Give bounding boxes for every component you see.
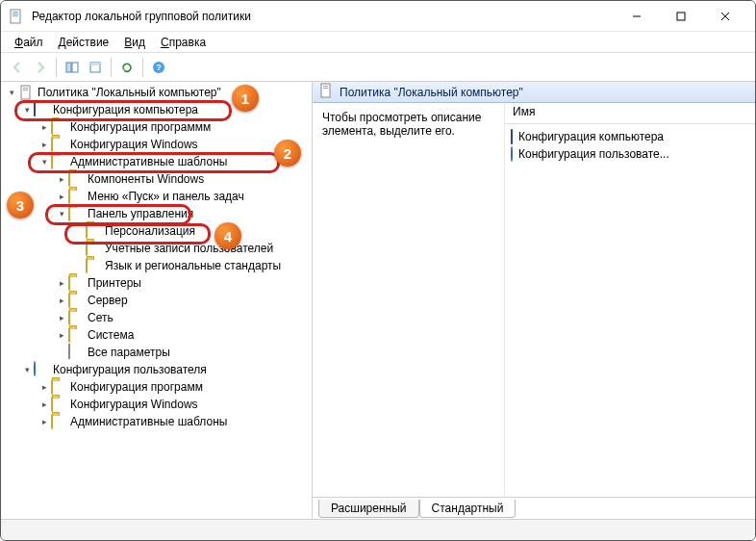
tree-label: Учетные записи пользователей [105, 242, 273, 255]
forward-button[interactable] [30, 57, 51, 78]
tree-item[interactable]: ▸Административные шаблоны [1, 413, 312, 430]
tree-item[interactable]: ▸Конфигурация программм [1, 118, 312, 136]
expander-icon[interactable]: ▸ [38, 398, 51, 411]
tree-control-panel[interactable]: ▾Панель управления [1, 205, 312, 222]
tree-computer-config[interactable]: ▾ Конфигурация компьютера [1, 101, 312, 118]
tree-label: Персонализация [105, 224, 195, 238]
tree-label: Политика "Локальный компьютер" [38, 86, 221, 99]
list-item-computer-config[interactable]: Конфигурация компьютера [511, 128, 749, 145]
toolbar-separator [111, 58, 112, 77]
tree-item[interactable]: ▸Конфигурация программ [1, 378, 312, 396]
tree-label: Система [88, 328, 134, 342]
tree-panel: ▾ Политика "Локальный компьютер" ▾ Конфи… [1, 82, 313, 519]
refresh-button[interactable] [116, 57, 138, 78]
folder-icon [51, 154, 66, 169]
tree-label: Компоненты Windows [88, 172, 204, 186]
expander-icon[interactable]: ▸ [55, 172, 68, 186]
tree-item[interactable]: ▸Принтеры [1, 274, 312, 292]
tree-item[interactable]: Все параметры [1, 344, 312, 361]
folder-icon [51, 137, 66, 152]
tree-admin-templates[interactable]: ▾Административные шаблоны [1, 153, 312, 170]
column-header-name[interactable]: Имя [505, 103, 755, 124]
expander-icon[interactable]: ▸ [55, 276, 68, 290]
tree-label: Все параметры [88, 346, 170, 359]
folder-icon [68, 327, 84, 343]
svg-rect-9 [72, 63, 78, 72]
expander-icon[interactable]: ▸ [38, 415, 51, 428]
policy-icon [318, 83, 334, 101]
svg-rect-8 [66, 63, 71, 72]
toolbar-btn-1[interactable] [62, 57, 83, 78]
minimize-button[interactable] [615, 1, 659, 32]
tab-extended[interactable]: Расширенный [318, 500, 419, 518]
tree-label: Принтеры [88, 276, 141, 290]
right-panel: Политика "Локальный компьютер" Чтобы про… [313, 82, 755, 519]
expander-icon[interactable]: ▾ [38, 155, 51, 168]
description-text: Чтобы просмотреть описание элемента, выд… [322, 111, 481, 138]
tree-label: Конфигурация Windows [70, 138, 198, 151]
panel-header: Политика "Локальный компьютер" [313, 82, 755, 103]
expander-icon[interactable]: ▾ [20, 103, 34, 116]
tree-label: Язык и региональные стандарты [105, 259, 281, 272]
expander-icon[interactable]: ▸ [38, 380, 51, 394]
tree-label: Административные шаблоны [70, 415, 227, 428]
user-icon [34, 362, 49, 377]
folder-icon [86, 223, 101, 239]
expander-icon[interactable]: ▾ [5, 86, 18, 99]
svg-rect-18 [323, 86, 328, 87]
expander-icon[interactable]: ▸ [55, 328, 68, 342]
tree-personalization[interactable]: Персонализация [1, 222, 312, 240]
tree-item[interactable]: ▸Меню «Пуск» и панель задач [1, 188, 312, 205]
expander-icon[interactable]: ▾ [20, 363, 34, 376]
folder-icon [68, 275, 84, 291]
help-button[interactable]: ? [148, 57, 169, 78]
svg-rect-16 [23, 90, 28, 90]
tree-item[interactable]: Язык и региональные стандарты [1, 257, 312, 274]
menu-bar: Файл Действие Вид Справка [1, 32, 755, 53]
expander-icon[interactable]: ▸ [55, 190, 68, 203]
expander-icon[interactable]: ▾ [55, 207, 68, 220]
close-button[interactable] [703, 1, 747, 32]
menu-view[interactable]: Вид [116, 34, 153, 51]
expander-icon[interactable]: ▸ [55, 311, 68, 324]
tree-item[interactable]: ▸Конфигурация Windows [1, 136, 312, 153]
svg-rect-5 [677, 13, 685, 20]
status-bar [1, 519, 755, 540]
toolbar-btn-2[interactable] [85, 57, 106, 78]
tree-label: Меню «Пуск» и панель задач [88, 190, 244, 203]
tabs: Расширенный Стандартный [313, 498, 755, 519]
computer-icon [34, 102, 49, 117]
panel-title: Политика "Локальный компьютер" [340, 86, 523, 99]
tree-item[interactable]: ▸Сервер [1, 292, 312, 309]
menu-file[interactable]: Файл [7, 34, 51, 51]
tree-item[interactable]: ▸Система [1, 326, 312, 344]
back-button[interactable] [7, 57, 28, 78]
tree-item[interactable]: ▸Сеть [1, 309, 312, 326]
tree-item[interactable]: ▸Конфигурация Windows [1, 396, 312, 413]
tree-label: Конфигурация пользователя [53, 363, 207, 376]
svg-rect-19 [323, 88, 328, 89]
expander-icon[interactable]: ▸ [38, 120, 51, 134]
tab-standard[interactable]: Стандартный [419, 500, 517, 518]
tree-label: Конфигурация компьютера [53, 103, 198, 116]
folder-icon [68, 206, 84, 221]
tree-root[interactable]: ▾ Политика "Локальный компьютер" [1, 84, 312, 101]
list-item-user-config[interactable]: Конфигурация пользовате... [511, 145, 749, 163]
folder-icon [68, 171, 84, 187]
spacer [72, 242, 86, 255]
window-title: Редактор локальной групповой политики [32, 10, 615, 23]
tree-label: Конфигурация программм [70, 120, 211, 134]
tree-label: Сервер [88, 294, 128, 307]
menu-action[interactable]: Действие [51, 34, 117, 51]
maximize-button[interactable] [659, 1, 703, 32]
tree-label: Конфигурация Windows [70, 398, 198, 411]
menu-help[interactable]: Справка [153, 34, 214, 51]
expander-icon[interactable]: ▸ [38, 138, 51, 151]
expander-icon[interactable]: ▸ [55, 294, 68, 307]
folder-icon [51, 414, 66, 429]
tree-item[interactable]: ▸Компоненты Windows [1, 170, 312, 188]
tree-item[interactable]: Учетные записи пользователей [1, 240, 312, 257]
folder-icon [86, 241, 101, 256]
toolbar: ? [1, 53, 755, 82]
tree-user-config[interactable]: ▾Конфигурация пользователя [1, 361, 312, 378]
